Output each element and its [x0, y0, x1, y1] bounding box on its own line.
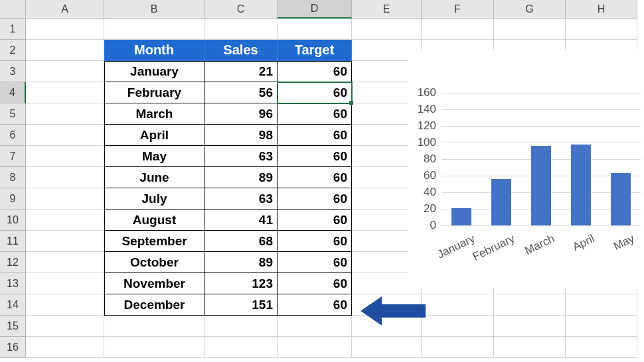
cell-G15[interactable] — [494, 316, 566, 337]
cell-D3[interactable]: 60 — [278, 61, 352, 82]
cell-D12[interactable]: 60 — [278, 252, 352, 273]
cell-C14[interactable]: 151 — [204, 294, 278, 316]
cell-C3[interactable]: 21 — [204, 61, 278, 82]
cell-B3[interactable]: January — [104, 61, 204, 82]
cell-A13[interactable] — [26, 273, 104, 294]
cell-A4[interactable] — [26, 82, 104, 103]
cell-H1[interactable] — [566, 19, 637, 40]
cell-D6[interactable]: 60 — [278, 125, 352, 146]
cell-A1[interactable] — [26, 19, 104, 40]
cell-B9[interactable]: July — [104, 188, 204, 210]
cell-F14[interactable] — [422, 294, 494, 316]
cell-C1[interactable] — [204, 19, 278, 40]
row-header-7[interactable]: 7 — [0, 146, 26, 167]
cell-C5[interactable]: 96 — [204, 103, 278, 125]
col-header-b[interactable]: B — [104, 0, 204, 19]
cell-C8[interactable]: 89 — [204, 167, 278, 188]
cell-C4[interactable]: 56 — [204, 82, 278, 103]
cell-A11[interactable] — [26, 231, 104, 252]
col-header-e[interactable]: E — [352, 0, 422, 19]
row-header-11[interactable]: 11 — [0, 231, 26, 252]
cell-C9[interactable]: 63 — [204, 188, 278, 210]
cell-C10[interactable]: 41 — [204, 210, 278, 231]
cell-A3[interactable] — [26, 61, 104, 82]
cell-D10[interactable]: 60 — [278, 210, 352, 231]
cell-B4[interactable]: February — [104, 82, 204, 103]
cell-D5[interactable]: 60 — [278, 103, 352, 125]
row-header-12[interactable]: 12 — [0, 252, 26, 273]
row-header-9[interactable]: 9 — [0, 188, 26, 210]
cell-D7[interactable]: 60 — [278, 146, 352, 167]
cell-C13[interactable]: 123 — [204, 273, 278, 294]
cell-H16[interactable] — [566, 337, 637, 358]
cell-D16[interactable] — [278, 337, 352, 358]
cell-B2[interactable]: Month — [104, 40, 204, 61]
chart-bar[interactable] — [491, 179, 511, 225]
chart-bar[interactable] — [451, 208, 471, 225]
cell-D13[interactable]: 60 — [278, 273, 352, 294]
cell-D14[interactable]: 60 — [278, 294, 352, 316]
cell-B14[interactable]: December — [104, 294, 204, 316]
col-header-d[interactable]: D — [278, 0, 352, 19]
cell-D15[interactable] — [278, 316, 352, 337]
cell-A9[interactable] — [26, 188, 104, 210]
cell-A15[interactable] — [26, 316, 104, 337]
cell-A7[interactable] — [26, 146, 104, 167]
row-header-2[interactable]: 2 — [0, 40, 26, 61]
row-header-1[interactable]: 1 — [0, 19, 26, 40]
col-header-h[interactable]: H — [566, 0, 637, 19]
cell-B13[interactable]: November — [104, 273, 204, 294]
row-header-6[interactable]: 6 — [0, 125, 26, 146]
cell-A2[interactable] — [26, 40, 104, 61]
cell-C12[interactable]: 89 — [204, 252, 278, 273]
row-header-14[interactable]: 14 — [0, 294, 26, 316]
row-header-8[interactable]: 8 — [0, 167, 26, 188]
cell-D1[interactable] — [278, 19, 352, 40]
col-header-g[interactable]: G — [494, 0, 566, 19]
cell-A6[interactable] — [26, 125, 104, 146]
col-header-f[interactable]: F — [422, 0, 494, 19]
row-header-10[interactable]: 10 — [0, 210, 26, 231]
bar-chart[interactable]: 020406080100120140160JanuaryFebruaryMarc… — [408, 50, 644, 288]
cell-B1[interactable] — [104, 19, 204, 40]
cell-D4[interactable]: 60 — [278, 82, 352, 103]
row-header-5[interactable]: 5 — [0, 103, 26, 125]
row-header-16[interactable]: 16 — [0, 337, 26, 358]
cell-D9[interactable]: 60 — [278, 188, 352, 210]
col-header-c[interactable]: C — [204, 0, 278, 19]
cell-A16[interactable] — [26, 337, 104, 358]
cell-E16[interactable] — [352, 337, 422, 358]
cell-D2[interactable]: Target — [278, 40, 352, 61]
cell-F16[interactable] — [422, 337, 494, 358]
row-header-3[interactable]: 3 — [0, 61, 26, 82]
cell-A8[interactable] — [26, 167, 104, 188]
cell-G1[interactable] — [494, 19, 566, 40]
cell-C2[interactable]: Sales — [204, 40, 278, 61]
cell-B15[interactable] — [104, 316, 204, 337]
cell-B10[interactable]: August — [104, 210, 204, 231]
col-header-a[interactable]: A — [26, 0, 104, 19]
row-header-13[interactable]: 13 — [0, 273, 26, 294]
cell-C15[interactable] — [204, 316, 278, 337]
cell-H14[interactable] — [566, 294, 637, 316]
cell-H15[interactable] — [566, 316, 637, 337]
select-all-corner[interactable] — [0, 0, 26, 19]
cell-F15[interactable] — [422, 316, 494, 337]
cell-A12[interactable] — [26, 252, 104, 273]
cell-A10[interactable] — [26, 210, 104, 231]
cell-A5[interactable] — [26, 103, 104, 125]
cell-C11[interactable]: 68 — [204, 231, 278, 252]
cell-B5[interactable]: March — [104, 103, 204, 125]
cell-B6[interactable]: April — [104, 125, 204, 146]
cell-G14[interactable] — [494, 294, 566, 316]
cell-B11[interactable]: September — [104, 231, 204, 252]
cell-B16[interactable] — [104, 337, 204, 358]
row-header-15[interactable]: 15 — [0, 316, 26, 337]
chart-bar[interactable] — [571, 145, 591, 226]
cell-D11[interactable]: 60 — [278, 231, 352, 252]
cell-E1[interactable] — [352, 19, 422, 40]
cell-D8[interactable]: 60 — [278, 167, 352, 188]
chart-bar[interactable] — [611, 173, 631, 225]
cell-G16[interactable] — [494, 337, 566, 358]
cell-C6[interactable]: 98 — [204, 125, 278, 146]
